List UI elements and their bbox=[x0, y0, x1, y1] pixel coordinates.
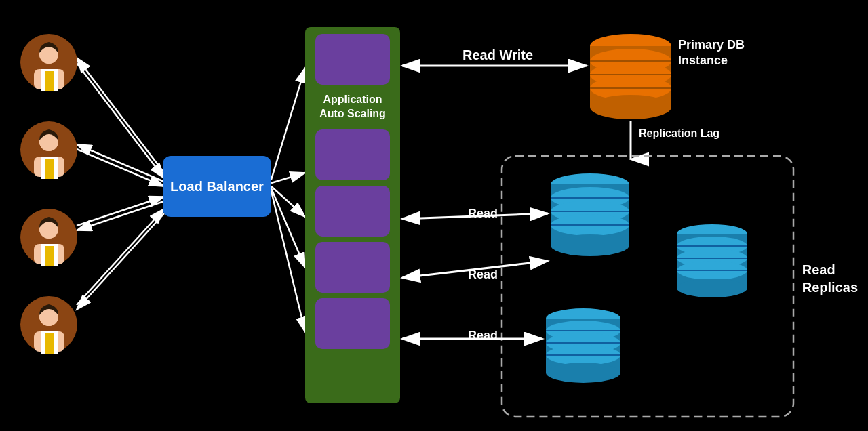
svg-rect-19 bbox=[590, 46, 671, 107]
svg-point-29 bbox=[551, 173, 629, 195]
primary-db-label: Primary DBInstance bbox=[678, 37, 745, 69]
users-column bbox=[20, 34, 78, 356]
svg-point-31 bbox=[551, 187, 629, 209]
user-avatar-3 bbox=[20, 209, 78, 269]
auto-scaling-box: ApplicationAuto Scaling bbox=[305, 27, 400, 403]
svg-rect-76 bbox=[45, 246, 54, 266]
svg-point-33 bbox=[551, 214, 629, 236]
read-replicas-label: ReadReplicas bbox=[802, 261, 858, 296]
user-icon-4 bbox=[20, 296, 78, 354]
svg-line-16 bbox=[271, 188, 305, 268]
svg-rect-64 bbox=[45, 71, 54, 91]
svg-point-32 bbox=[551, 201, 629, 222]
svg-point-42 bbox=[677, 261, 747, 280]
svg-line-6 bbox=[77, 58, 164, 173]
read-label-1: Read bbox=[468, 207, 498, 221]
svg-line-12 bbox=[77, 213, 164, 310]
svg-line-8 bbox=[77, 144, 164, 182]
user-icon-3 bbox=[20, 209, 78, 266]
svg-line-7 bbox=[77, 149, 164, 186]
svg-line-9 bbox=[77, 197, 164, 226]
user-avatar-1 bbox=[20, 34, 78, 94]
svg-line-5 bbox=[77, 63, 164, 178]
load-balancer-label: Load Balancer bbox=[170, 179, 264, 194]
svg-point-20 bbox=[590, 49, 671, 73]
svg-point-34 bbox=[551, 234, 629, 256]
svg-point-40 bbox=[677, 237, 747, 255]
svg-rect-48 bbox=[546, 319, 620, 373]
app-instance-2 bbox=[315, 129, 390, 180]
svg-line-11 bbox=[77, 209, 164, 305]
svg-line-13 bbox=[271, 68, 305, 180]
read-replicas-text: ReadReplicas bbox=[802, 262, 858, 295]
app-instance-3 bbox=[315, 186, 390, 237]
app-instance-1 bbox=[315, 34, 390, 85]
app-instance-5 bbox=[315, 298, 390, 349]
user-avatar-2 bbox=[20, 121, 78, 182]
app-instance-4 bbox=[315, 242, 390, 293]
svg-line-10 bbox=[77, 201, 164, 230]
svg-line-17 bbox=[271, 191, 305, 332]
read-label-2: Read bbox=[468, 268, 498, 282]
svg-point-49 bbox=[546, 321, 620, 341]
svg-point-18 bbox=[590, 34, 671, 58]
primary-db-text: Primary DBInstance bbox=[678, 38, 745, 67]
auto-scaling-label: ApplicationAuto Scaling bbox=[319, 93, 386, 121]
svg-rect-56 bbox=[502, 156, 793, 417]
svg-point-51 bbox=[546, 345, 620, 365]
svg-rect-39 bbox=[677, 234, 747, 288]
svg-point-21 bbox=[590, 62, 671, 87]
replication-lag-label: Replication Lag bbox=[639, 127, 719, 140]
user-icon-1 bbox=[20, 34, 78, 91]
svg-point-50 bbox=[546, 333, 620, 353]
svg-point-43 bbox=[677, 279, 747, 297]
svg-line-15 bbox=[271, 186, 305, 217]
svg-point-38 bbox=[677, 224, 747, 243]
svg-rect-70 bbox=[45, 159, 54, 179]
user-avatar-4 bbox=[20, 296, 78, 356]
read-label-3: Read bbox=[468, 329, 498, 343]
svg-rect-82 bbox=[45, 333, 54, 354]
svg-point-41 bbox=[677, 249, 747, 268]
svg-rect-30 bbox=[551, 184, 629, 245]
svg-point-22 bbox=[590, 76, 671, 100]
svg-point-47 bbox=[546, 308, 620, 329]
diagram-container: Load Balancer ApplicationAuto Scaling Re… bbox=[0, 0, 868, 431]
user-icon-2 bbox=[20, 121, 78, 179]
read-write-label: Read Write bbox=[462, 47, 533, 63]
svg-point-52 bbox=[546, 363, 620, 383]
svg-line-14 bbox=[271, 173, 305, 183]
svg-point-23 bbox=[590, 95, 671, 119]
load-balancer: Load Balancer bbox=[163, 156, 271, 217]
